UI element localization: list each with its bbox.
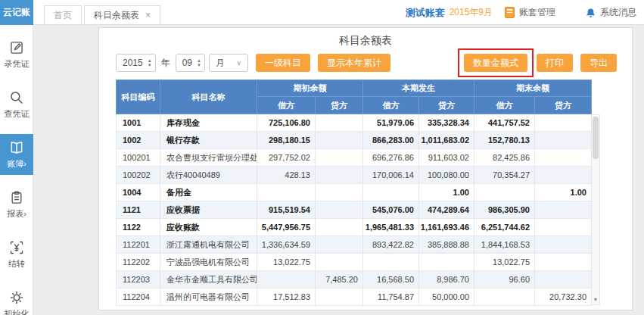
cell-amount: [535, 167, 592, 184]
cell-account-code: 112204: [117, 288, 160, 306]
cell-amount: 1,161,693.46: [419, 219, 474, 236]
table-row[interactable]: 1122应收账款5,447,956.751,965,481.331,161,69…: [117, 219, 592, 236]
close-icon[interactable]: ×: [145, 10, 151, 20]
cell-amount: 474,289.64: [419, 201, 474, 219]
col-header-debit: 借方: [257, 97, 316, 114]
export-button[interactable]: 导出: [580, 54, 617, 72]
vertical-scrollbar[interactable]: ▼: [591, 114, 600, 305]
cell-amount: 100,080.00: [419, 167, 474, 184]
account-set-name[interactable]: 测试账套: [406, 6, 445, 20]
table-row[interactable]: 112203金华市金顺工具有限公司7,485.2016,568.508,986.…: [117, 271, 592, 288]
cell-account-code: 1004: [117, 184, 160, 201]
sidebar-item-reports[interactable]: 报表›: [0, 184, 33, 225]
sidebar-item-record-voucher[interactable]: 录凭证: [0, 34, 33, 75]
show-ytd-button[interactable]: 显示本年累计: [318, 54, 390, 72]
cell-amount: [316, 149, 363, 167]
cell-account-name: 应收票据: [160, 201, 257, 219]
cell-amount: 11,754.87: [363, 288, 419, 306]
account-manage-link[interactable]: 账套管理: [519, 6, 555, 19]
cell-account-code: 100202: [117, 167, 160, 184]
cell-amount: 893,422.82: [363, 236, 419, 254]
cell-amount: [316, 167, 363, 184]
balance-table: 科目编码 科目名称 期初余额 本期发生 期末余额 借方 贷方 借方 贷方 借方 …: [116, 80, 592, 306]
system-messages-link[interactable]: 系统消息: [600, 6, 636, 19]
cell-amount: [535, 254, 592, 271]
year-value: 2015: [123, 58, 143, 68]
cell-amount: [535, 114, 592, 132]
cell-amount: 1.00: [419, 184, 474, 201]
cell-amount: [363, 254, 419, 271]
scroll-down-icon[interactable]: ▼: [592, 295, 599, 304]
chevron-right-icon: ›: [23, 159, 26, 168]
cell-account-name: 农行40040489: [160, 167, 257, 184]
sidebar-item-initialize[interactable]: 初始化: [0, 284, 33, 315]
table-row[interactable]: 1121应收票据915,519.54545,076.00474,289.6498…: [117, 201, 592, 219]
cell-amount: 13,022.75: [257, 254, 316, 271]
cell-account-code: 112201: [117, 236, 160, 254]
cell-amount: [535, 201, 592, 219]
cell-account-code: 1001: [117, 114, 160, 132]
table-row[interactable]: 112201浙江露通机电有限公司1,336,634.59893,422.8238…: [117, 236, 592, 254]
cell-account-code: 112203: [117, 271, 160, 288]
table-row[interactable]: 1001库存现金725,106.8051,979.06335,328.34441…: [117, 114, 592, 132]
cell-amount: [535, 236, 592, 254]
cell-amount: 986,305.90: [474, 201, 535, 219]
cell-amount: [474, 288, 535, 306]
chevron-right-icon: ›: [23, 209, 26, 218]
page-title: 科目余额表: [99, 34, 632, 48]
cell-amount: 1,965,481.33: [363, 219, 419, 236]
cell-account-name: 备用金: [160, 184, 257, 201]
cell-amount: 297,752.02: [257, 149, 316, 167]
cell-amount: 441,757.52: [474, 114, 535, 132]
year-stepper[interactable]: 2015 ▲ ▼: [116, 54, 156, 72]
level-one-accounts-button[interactable]: 一级科目: [256, 54, 310, 72]
sidebar-item-carry-forward[interactable]: 结转: [0, 234, 33, 275]
print-button[interactable]: 打印: [537, 54, 573, 72]
cell-amount: 20,732.30: [535, 288, 592, 306]
cell-amount: [316, 132, 363, 149]
top-right-area: 测试账套 2015年9月 账套管理 系统消息: [406, 0, 636, 25]
table-row[interactable]: 112204温州的可电器有限公司17,512.8311,754.8750,000…: [117, 288, 592, 306]
yen-icon: [0, 240, 33, 255]
bell-icon: [586, 8, 596, 18]
tab-home[interactable]: 首页: [44, 5, 82, 24]
clipboard-icon: [0, 190, 33, 205]
quantity-amount-format-button[interactable]: 数量金额式: [464, 54, 527, 72]
month-stepper[interactable]: 09 ▲ ▼: [176, 54, 205, 72]
cell-amount: 335,328.34: [419, 114, 474, 132]
cell-amount: [316, 219, 363, 236]
cell-amount: [474, 184, 535, 201]
cell-account-name: 农合曹坝支行雷坝分理处: [160, 149, 257, 167]
cell-amount: 1.00: [535, 184, 592, 201]
period-unit-select[interactable]: 月 ∨: [209, 54, 248, 72]
table-row[interactable]: 1004备用金1.001.00: [117, 184, 592, 201]
cell-account-name: 银行存款: [160, 132, 257, 149]
cell-amount: 385,888.88: [419, 236, 474, 254]
cell-account-name: 宁波晶强电机有限公司: [160, 254, 257, 271]
annotation-highlight-box: 数量金额式: [458, 48, 534, 77]
cell-amount: 915,519.54: [257, 201, 316, 219]
table-body: 1001库存现金725,106.8051,979.06335,328.34441…: [117, 114, 592, 306]
cell-amount: 866,283.00: [363, 132, 419, 149]
col-header-name: 科目名称: [160, 80, 257, 114]
sidebar-item-account-books[interactable]: 账簿›: [0, 134, 33, 175]
month-value: 09: [182, 58, 192, 68]
cell-account-code: 1122: [117, 219, 160, 236]
cell-account-name: 库存现金: [160, 114, 257, 132]
cell-amount: 17,512.83: [257, 288, 316, 306]
cell-account-code: 1002: [117, 132, 160, 149]
cell-amount: 152,780.13: [474, 132, 535, 149]
table-row[interactable]: 100201农合曹坝支行雷坝分理处297,752.02696,276.86911…: [117, 149, 592, 167]
cell-amount: 70,354.27: [474, 167, 535, 184]
spinner-down-icon[interactable]: ▼: [197, 63, 201, 67]
tab-account-balance[interactable]: 科目余额表×: [84, 5, 160, 24]
table-row[interactable]: 100202农行40040489428.13170,006.14100,080.…: [117, 167, 592, 184]
cell-amount: 8,986.70: [419, 271, 474, 288]
scrollbar-thumb[interactable]: [593, 117, 599, 159]
sidebar-item-search-voucher[interactable]: 查凭证: [0, 84, 33, 125]
table-row[interactable]: 112202宁波晶强电机有限公司13,022.7513,022.75: [117, 254, 592, 271]
col-header-code: 科目编码: [117, 80, 160, 114]
spinner-down-icon[interactable]: ▼: [148, 63, 152, 67]
col-group-opening: 期初余额: [257, 80, 363, 97]
table-row[interactable]: 1002银行存款298,180.15866,283.001,011,683.02…: [117, 132, 592, 149]
